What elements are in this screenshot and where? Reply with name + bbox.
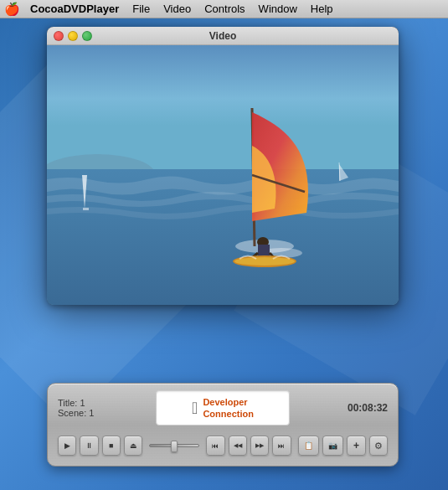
eject-button[interactable] <box>124 436 142 456</box>
video-menu[interactable]: Video <box>157 3 198 15</box>
fast-forward-button[interactable] <box>250 436 269 456</box>
window-maximize-button[interactable] <box>82 31 92 41</box>
controls-menu[interactable]: Controls <box>198 3 251 15</box>
settings-button[interactable] <box>369 436 388 456</box>
volume-slider-thumb[interactable] <box>171 441 178 452</box>
chapter-button[interactable] <box>298 436 319 456</box>
apple-logo-icon:  <box>192 400 198 416</box>
controls-panel: Title: 1 Scene: 1  Developer Connection… <box>47 383 399 467</box>
timestamp: 00:08:32 <box>329 402 388 414</box>
help-menu[interactable]: Help <box>304 3 340 15</box>
prev-chapter-button[interactable] <box>206 436 224 456</box>
window-minimize-button[interactable] <box>68 31 78 41</box>
file-menu[interactable]: File <box>126 3 157 15</box>
app-menu[interactable]: CocoaDVDPlayer <box>23 3 126 15</box>
controls-top: Title: 1 Scene: 1  Developer Connection… <box>58 390 388 426</box>
rewind-button[interactable] <box>229 436 247 456</box>
title-info: Title: 1 <box>58 398 116 408</box>
video-content <box>47 45 399 305</box>
svg-point-14 <box>234 257 295 266</box>
apple-menu[interactable]: 🍎 <box>0 2 23 17</box>
play-button[interactable] <box>58 436 76 456</box>
next-chapter-button[interactable] <box>272 436 291 456</box>
info-left: Title: 1 Scene: 1 <box>58 398 116 418</box>
stop-button[interactable] <box>102 436 121 456</box>
controls-bottom <box>58 432 388 459</box>
window-title: Video <box>209 30 236 42</box>
dev-connection-text: Developer Connection <box>203 396 254 420</box>
window-close-button[interactable] <box>54 31 64 41</box>
video-window: Video <box>47 27 399 305</box>
camera-button[interactable] <box>322 436 343 456</box>
volume-slider[interactable] <box>149 444 199 447</box>
menubar: 🍎 CocoaDVDPlayer File Video Controls Win… <box>0 0 448 18</box>
traffic-lights <box>54 31 92 41</box>
scene-info: Scene: 1 <box>58 408 116 418</box>
volume-slider-container[interactable] <box>149 444 199 447</box>
window-titlebar: Video <box>47 27 399 45</box>
video-svg <box>47 45 399 305</box>
video-scene <box>47 45 399 305</box>
svg-rect-6 <box>83 208 89 210</box>
pause-button[interactable] <box>80 436 98 456</box>
window-menu[interactable]: Window <box>252 3 304 15</box>
plus-button[interactable] <box>347 436 365 456</box>
dev-connection-box[interactable]:  Developer Connection <box>156 390 290 426</box>
